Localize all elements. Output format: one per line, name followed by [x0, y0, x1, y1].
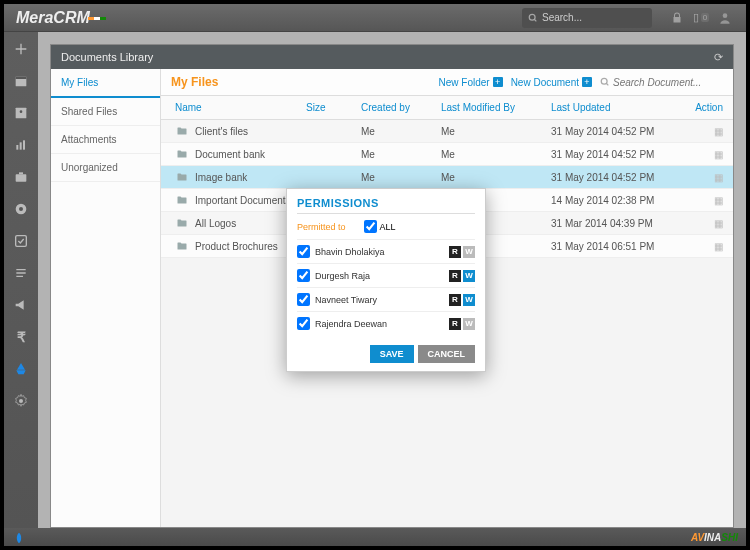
sidebar-item[interactable]: Attachments	[51, 126, 160, 154]
row-updated: 31 Mar 2014 04:39 PM	[551, 218, 681, 229]
rail-contacts-icon[interactable]	[10, 102, 32, 124]
row-updated: 31 May 2014 04:52 PM	[551, 126, 681, 137]
user-checkbox[interactable]	[297, 269, 310, 282]
modal-title: PERMISSIONS	[297, 197, 475, 214]
user-checkbox[interactable]	[297, 293, 310, 306]
folder-icon	[175, 148, 189, 160]
logo-text-a: Mera	[16, 9, 53, 26]
read-toggle[interactable]: R	[449, 294, 461, 306]
rail-briefcase-icon[interactable]	[10, 166, 32, 188]
row-modifiedby: Me	[441, 149, 551, 160]
row-action-icon[interactable]: ▦	[681, 149, 723, 160]
user-name: Rajendra Deewan	[315, 319, 387, 329]
sidebar-item[interactable]: My Files	[51, 69, 160, 98]
notifications-icon[interactable]: ▯0	[692, 9, 710, 27]
rail-add-icon[interactable]	[10, 38, 32, 60]
svg-point-16	[601, 78, 607, 84]
row-createdby: Me	[361, 149, 441, 160]
permission-row: Rajendra DeewanRW	[297, 311, 475, 335]
sidebar-item[interactable]: Unorganized	[51, 154, 160, 182]
rail-settings-icon[interactable]	[10, 390, 32, 412]
row-createdby: Me	[361, 126, 441, 137]
row-name: Document bank	[195, 149, 265, 160]
global-search[interactable]	[522, 8, 652, 28]
permission-row: Bhavin DholakiyaRW	[297, 239, 475, 263]
write-toggle[interactable]: W	[463, 246, 475, 258]
rail-stats-icon[interactable]	[10, 134, 32, 156]
read-toggle[interactable]: R	[449, 270, 461, 282]
plus-icon: +	[582, 77, 592, 87]
plus-icon: +	[493, 77, 503, 87]
col-createdby[interactable]: Created by	[361, 102, 441, 113]
table-row[interactable]: Document bankMeMe31 May 2014 04:52 PM▦	[161, 143, 733, 166]
svg-rect-8	[20, 142, 22, 149]
document-search-input[interactable]	[613, 77, 723, 88]
user-checkbox[interactable]	[297, 245, 310, 258]
row-modifiedby: Me	[441, 172, 551, 183]
row-updated: 31 May 2014 06:51 PM	[551, 241, 681, 252]
user-avatar-icon[interactable]	[716, 9, 734, 27]
write-toggle[interactable]: W	[463, 294, 475, 306]
sidebar-item[interactable]: Shared Files	[51, 98, 160, 126]
row-updated: 31 May 2014 04:52 PM	[551, 172, 681, 183]
row-name: Important Documents	[195, 195, 291, 206]
col-name[interactable]: Name	[171, 102, 306, 113]
row-name: All Logos	[195, 218, 236, 229]
col-updated[interactable]: Last Updated	[551, 102, 681, 113]
search-icon	[600, 77, 610, 87]
table-row[interactable]: Image bankMeMe31 May 2014 04:52 PM▦	[161, 166, 733, 189]
col-size[interactable]: Size	[306, 102, 361, 113]
all-checkbox[interactable]	[364, 220, 377, 233]
bottom-bar: AVINASHI	[4, 528, 746, 546]
cancel-button[interactable]: CANCEL	[418, 345, 476, 363]
left-rail: ₹	[4, 32, 38, 528]
new-folder-button[interactable]: New Folder+	[439, 77, 503, 88]
read-toggle[interactable]: R	[449, 318, 461, 330]
lock-icon[interactable]	[668, 9, 686, 27]
read-toggle[interactable]: R	[449, 246, 461, 258]
rail-rupee-icon[interactable]: ₹	[10, 326, 32, 348]
permission-row: Navneet TiwaryRW	[297, 287, 475, 311]
user-name: Bhavin Dholakiya	[315, 247, 385, 257]
row-createdby: Me	[361, 172, 441, 183]
folder-icon	[175, 194, 189, 206]
save-button[interactable]: SAVE	[370, 345, 414, 363]
svg-rect-11	[19, 172, 23, 174]
top-bar: MeraCRM ▯0	[4, 4, 746, 32]
new-document-button[interactable]: New Document+	[511, 77, 592, 88]
user-checkbox[interactable]	[297, 317, 310, 330]
breadcrumb-title: My Files	[171, 75, 218, 89]
rail-calendar-icon[interactable]	[10, 70, 32, 92]
row-action-icon[interactable]: ▦	[681, 195, 723, 206]
corner-logo-icon	[12, 531, 26, 545]
user-name: Navneet Tiwary	[315, 295, 377, 305]
all-label: ALL	[380, 222, 396, 232]
permission-row: Durgesh RajaRW	[297, 263, 475, 287]
folder-icon	[175, 240, 189, 252]
row-action-icon[interactable]: ▦	[681, 172, 723, 183]
search-icon	[528, 13, 538, 23]
svg-line-17	[606, 83, 608, 85]
col-action: Action	[681, 102, 723, 113]
col-modifiedby[interactable]: Last Modified By	[441, 102, 551, 113]
document-search[interactable]	[600, 77, 723, 88]
rail-list-icon[interactable]	[10, 262, 32, 284]
svg-point-0	[529, 14, 535, 20]
row-action-icon[interactable]: ▦	[681, 218, 723, 229]
svg-rect-9	[23, 140, 25, 149]
table-row[interactable]: Client's filesMeMe31 May 2014 04:52 PM▦	[161, 120, 733, 143]
row-name: Product Brochures	[195, 241, 278, 252]
write-toggle[interactable]: W	[463, 270, 475, 282]
row-updated: 14 May 2014 02:38 PM	[551, 195, 681, 206]
rail-drive-icon[interactable]	[10, 358, 32, 380]
rail-tasks-icon[interactable]	[10, 230, 32, 252]
panel-title: Documents Library	[61, 51, 153, 63]
rail-support-icon[interactable]	[10, 198, 32, 220]
global-search-input[interactable]	[542, 12, 632, 23]
write-toggle[interactable]: W	[463, 318, 475, 330]
row-action-icon[interactable]: ▦	[681, 241, 723, 252]
refresh-icon[interactable]: ⟳	[714, 51, 723, 64]
rail-announce-icon[interactable]	[10, 294, 32, 316]
row-action-icon[interactable]: ▦	[681, 126, 723, 137]
folder-icon	[175, 125, 189, 137]
